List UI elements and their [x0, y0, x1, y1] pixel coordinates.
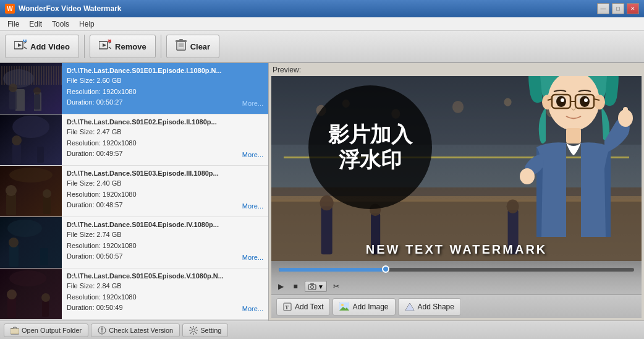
svg-point-36 — [7, 220, 42, 237]
file-name-3: D:\.\The.Last.Dance.S01E03.Episode.III.1… — [67, 170, 227, 177]
svg-rect-34 — [43, 197, 51, 214]
svg-marker-8 — [103, 43, 106, 47]
svg-rect-28 — [12, 144, 21, 164]
file-item-3[interactable]: D:\.\The.Last.Dance.S01E03.Episode.III.1… — [0, 166, 268, 217]
more-link-1[interactable]: More... — [242, 98, 263, 109]
open-output-button[interactable]: Open Output Folder — [4, 324, 88, 337]
file-thumbnail-1 — [0, 63, 62, 114]
more-link-3[interactable]: More... — [242, 201, 263, 212]
check-version-label: Check Latest Version — [109, 327, 173, 334]
add-shape-button[interactable]: Add Shape — [398, 298, 461, 315]
screenshot-button[interactable]: ▼ — [305, 281, 327, 292]
clear-button[interactable]: Clear — [166, 35, 220, 58]
svg-point-21 — [3, 69, 34, 88]
toolbar-separator-1 — [84, 35, 85, 58]
stop-button[interactable]: ■ — [290, 281, 301, 292]
progress-thumb[interactable] — [382, 265, 389, 273]
svg-line-3 — [24, 47, 27, 49]
svg-point-75 — [584, 98, 588, 102]
menu-bar: File Edit Tools Help — [0, 17, 644, 31]
menu-file[interactable]: File — [2, 19, 24, 30]
svg-marker-1 — [18, 43, 22, 47]
camera-dropdown-arrow: ▼ — [318, 283, 324, 290]
file-detail-4: File Size: 2.74 GB Resolution: 1920x1080… — [67, 230, 263, 262]
svg-rect-82 — [310, 283, 314, 285]
status-bar: Open Output Folder Check Latest Version … — [0, 320, 644, 339]
file-name-5: D:\.\The.Last.Dance.S01E05.Episode.V.108… — [67, 272, 227, 280]
file-info-2: D:\.\The.Last.Dance.S01E02.Episode.II.10… — [62, 114, 268, 165]
check-version-button[interactable]: Check Latest Version — [91, 324, 180, 337]
progress-bar[interactable] — [279, 268, 634, 272]
svg-point-79 — [520, 168, 535, 184]
svg-rect-37 — [9, 246, 19, 267]
restore-button[interactable]: □ — [612, 3, 624, 14]
svg-point-64 — [594, 95, 605, 109]
menu-tools[interactable]: Tools — [47, 19, 74, 30]
title-bar: W WonderFox Video Watermark — □ ✕ — [0, 0, 644, 17]
file-info-5: D:\.\The.Last.Dance.S01E05.Episode.V.108… — [62, 268, 268, 319]
thumb-image-2 — [0, 114, 62, 165]
file-item-5[interactable]: D:\.\The.Last.Dance.S01E05.Episode.V.108… — [0, 268, 268, 320]
add-text-label: Add Text — [295, 303, 323, 311]
svg-rect-41 — [7, 298, 16, 318]
video-controls — [271, 261, 642, 278]
file-detail-5: File Size: 2.84 GB Resolution: 1920x1080… — [67, 281, 263, 314]
minimize-button[interactable]: — — [597, 3, 609, 14]
preview-video: 影片加入 浮水印 NEW TEXT WATERMARK — [271, 76, 642, 278]
more-link-2[interactable]: More... — [242, 150, 263, 161]
play-button[interactable]: ▶ — [275, 281, 286, 292]
svg-rect-43 — [42, 301, 49, 317]
thumb-image-4 — [0, 217, 62, 268]
setting-label: Setting — [200, 327, 221, 334]
media-controls-bar: ▶ ■ ▼ ✂ — [271, 278, 642, 294]
remove-label: Remove — [115, 42, 146, 51]
file-detail-3: File Size: 2.40 GB Resolution: 1920x1080… — [67, 178, 263, 211]
remove-icon — [99, 40, 111, 53]
file-item-2[interactable]: D:\.\The.Last.Dance.S01E02.Episode.II.10… — [0, 114, 268, 166]
svg-rect-32 — [6, 194, 16, 215]
setting-button[interactable]: Setting — [182, 324, 228, 337]
svg-rect-76 — [566, 128, 581, 144]
svg-point-96 — [192, 328, 195, 332]
svg-point-56 — [320, 195, 334, 210]
add-image-button[interactable]: Add Image — [333, 298, 395, 315]
file-item-4[interactable]: D:\.\The.Last.Dance.S01E04.Episode.IV.10… — [0, 217, 268, 268]
svg-point-35 — [43, 189, 51, 198]
svg-rect-19 — [179, 39, 183, 40]
file-name-1: D:\.\The.Last.Dance.S01E01.Episode.I.108… — [67, 67, 227, 74]
file-item-1[interactable]: D:\.\The.Last.Dance.S01E01.Episode.I.108… — [0, 63, 268, 114]
file-name-2: D:\.\The.Last.Dance.S01E02.Episode.II.10… — [67, 118, 227, 126]
add-shape-label: Add Shape — [418, 303, 454, 311]
svg-rect-30 — [37, 147, 44, 163]
svg-point-27 — [12, 116, 49, 138]
menu-edit[interactable]: Edit — [24, 19, 47, 30]
file-name-4: D:\.\The.Last.Dance.S01E04.Episode.IV.10… — [67, 221, 227, 228]
app-title: WonderFox Video Watermark — [19, 4, 597, 13]
add-text-button[interactable]: T Add Text — [276, 298, 330, 315]
file-info-1: D:\.\The.Last.Dance.S01E01.Episode.I.108… — [62, 63, 268, 114]
watermark-cn-line1: 影片加入 — [328, 122, 412, 147]
svg-text:T: T — [285, 304, 289, 311]
app-icon: W — [5, 4, 15, 14]
svg-rect-18 — [176, 40, 187, 42]
progress-fill — [279, 268, 386, 272]
svg-point-95 — [101, 331, 103, 332]
more-link-5[interactable]: More... — [242, 304, 263, 315]
close-button[interactable]: ✕ — [627, 3, 639, 14]
svg-point-25 — [33, 87, 41, 95]
menu-help[interactable]: Help — [74, 19, 100, 30]
add-video-button[interactable]: Add Video — [5, 35, 79, 58]
file-detail-2: File Size: 2.47 GB Resolution: 1920x1080… — [67, 127, 263, 160]
add-video-icon — [14, 40, 27, 53]
toolbar-separator-2 — [161, 35, 161, 58]
remove-button[interactable]: Remove — [90, 35, 156, 58]
file-list[interactable]: D:\.\The.Last.Dance.S01E01.Episode.I.108… — [0, 63, 269, 320]
character-overlay — [475, 76, 642, 255]
clear-icon — [176, 39, 187, 54]
video-background: 影片加入 浮水印 NEW TEXT WATERMARK — [271, 76, 642, 278]
file-thumbnail-2 — [0, 114, 62, 165]
scissors-button[interactable]: ✂ — [331, 281, 342, 292]
file-thumbnail-5 — [0, 268, 62, 319]
more-link-4[interactable]: More... — [242, 252, 263, 264]
watermark-circle-cn: 影片加入 浮水印 — [308, 85, 432, 209]
